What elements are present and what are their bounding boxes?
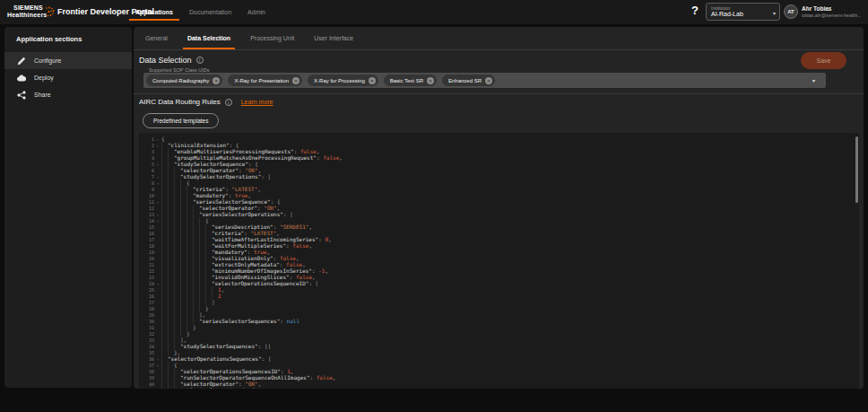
editor-line: 33], — [139, 337, 859, 343]
info-icon[interactable]: i — [225, 99, 232, 106]
help-icon[interactable]: ? — [691, 4, 699, 17]
tab-data-selection[interactable]: Data Selection — [178, 27, 240, 49]
sop-class-uids-field[interactable]: Computed Radiography×X-Ray for Presentat… — [143, 73, 826, 88]
chevron-down-icon[interactable]: ▾ — [812, 77, 815, 83]
remove-chip-icon[interactable]: × — [213, 77, 220, 84]
tab-user-interface[interactable]: User Interface — [304, 27, 363, 49]
sidebar-item-configure[interactable]: Configure — [4, 52, 132, 69]
indent-guide — [161, 167, 168, 173]
indent-guide — [180, 224, 187, 230]
remove-chip-icon[interactable]: × — [369, 77, 376, 84]
editor-line: 12"selectorOperator": "OR", — [139, 205, 859, 211]
fold-toggle-icon[interactable]: ⌄ — [154, 136, 161, 141]
remove-chip-icon[interactable]: × — [292, 77, 299, 84]
line-number: 28 — [139, 306, 154, 311]
indent-guide — [180, 192, 187, 198]
code-text: "mandatory": true, — [212, 249, 270, 255]
logo-line-1: SIEMENS — [7, 4, 43, 12]
indent-guide — [168, 293, 174, 299]
indent-guide — [161, 236, 168, 242]
sidebar-item-share[interactable]: Share — [4, 86, 132, 103]
code-text: { — [161, 136, 165, 142]
indent-guide — [180, 217, 187, 224]
user-menu[interactable]: Ahr Tobias tobias.ahr@siemens-healthi... — [802, 5, 866, 18]
fold-toggle-icon[interactable]: ⌄ — [154, 162, 161, 166]
indent-guide — [174, 198, 180, 205]
remove-chip-icon[interactable]: × — [427, 77, 434, 84]
editor-line: 27] — [139, 299, 859, 305]
sidebar-item-deploy[interactable]: Deploy — [4, 69, 132, 86]
fold-toggle-icon[interactable]: ⌄ — [154, 363, 161, 367]
code-text: "waitTimeAfterLastIncomingSeries": 0, — [212, 236, 332, 242]
indent-guide — [187, 286, 193, 293]
fold-toggle-icon[interactable]: ⌄ — [154, 174, 161, 179]
header-tab-documentation[interactable]: Documentation — [181, 0, 239, 24]
indent-guide — [180, 236, 187, 242]
indent-guide — [193, 293, 199, 299]
editor-line: 36⌄"selectorOperationsSequences": [ — [139, 355, 859, 362]
indent-guide — [199, 230, 205, 236]
main-content-panel: GeneralData SelectionProcessing UnitUser… — [134, 27, 864, 389]
indent-guide — [193, 255, 199, 261]
indent-guide — [168, 230, 174, 236]
line-number: 6 — [139, 168, 154, 173]
learn-more-link[interactable]: Learn more — [241, 99, 273, 105]
predefined-templates-button[interactable]: Predefined templates — [143, 113, 219, 128]
indent-guide — [180, 186, 187, 192]
editor-line: 29], — [139, 311, 859, 318]
editor-line: 32} — [139, 330, 859, 337]
fold-toggle-icon[interactable]: ⌄ — [154, 212, 161, 216]
code-text: "clinicalExtension": { — [168, 142, 239, 148]
tab-general[interactable]: General — [135, 27, 178, 49]
indent-guide — [193, 261, 199, 267]
line-number: 35 — [139, 350, 154, 355]
indent-guide — [168, 387, 174, 389]
code-text: "waitForMultipleSeries": false, — [212, 242, 312, 249]
indent-guide — [199, 236, 205, 242]
indent-guide — [168, 173, 174, 180]
user-avatar[interactable]: AT — [784, 4, 798, 19]
tab-processing-unit[interactable]: Processing Unit — [240, 27, 304, 49]
fold-toggle-icon[interactable]: ⌄ — [154, 281, 161, 285]
indent-guide — [161, 274, 168, 280]
indent-guide — [168, 311, 174, 318]
section-tabs: GeneralData SelectionProcessing UnitUser… — [134, 27, 864, 50]
indent-guide — [205, 255, 212, 261]
indent-guide — [205, 261, 212, 267]
line-number: 33 — [139, 337, 154, 343]
fold-toggle-icon[interactable]: ⌄ — [154, 180, 161, 185]
editor-line: 24⌄"selectorOperationsSequenceID": [ — [139, 280, 859, 286]
indent-guide — [174, 186, 180, 192]
institution-dropdown[interactable]: Institution AI-Rad-Lab ▾ — [706, 3, 780, 21]
info-icon[interactable]: i — [196, 57, 204, 64]
sidebar-item-label: Share — [34, 92, 51, 98]
header-tab-applications[interactable]: Applications — [127, 0, 181, 24]
json-code-editor[interactable]: 1⌄{2⌄"clinicalExtension": {3"enableMulti… — [139, 133, 859, 389]
fold-toggle-icon[interactable]: ⌄ — [154, 218, 161, 223]
section-divider — [134, 93, 864, 94]
indent-guide — [205, 299, 212, 305]
indent-guide — [174, 224, 180, 230]
indent-guide — [193, 286, 199, 293]
indent-guide — [168, 255, 174, 261]
fold-toggle-icon[interactable]: ⌄ — [154, 143, 161, 147]
line-number: 34 — [139, 344, 154, 349]
sop-chip: X-Ray for Presentation× — [228, 75, 302, 86]
save-button[interactable]: Save — [801, 52, 846, 69]
line-number: 38 — [139, 369, 154, 374]
indent-guide — [174, 368, 180, 374]
editor-scrollbar[interactable] — [855, 136, 858, 203]
editor-line: 7⌄"studySelectorOperations": [ — [139, 173, 859, 180]
indent-guide — [161, 161, 168, 167]
fold-toggle-icon[interactable]: ⌄ — [154, 199, 161, 204]
indent-guide — [180, 293, 187, 299]
indent-guide — [193, 249, 199, 255]
fold-toggle-icon[interactable]: ⌄ — [154, 388, 161, 389]
indent-guide — [174, 318, 180, 324]
remove-chip-icon[interactable]: × — [485, 77, 492, 84]
header-tab-admin[interactable]: Admin — [239, 0, 273, 24]
editor-line: 39"runSelectorOperatorSequenceOnAllImage… — [139, 374, 859, 381]
fold-toggle-icon[interactable]: ⌄ — [154, 356, 161, 361]
sidebar-title: Application sections — [4, 27, 132, 52]
indent-guide — [161, 255, 168, 261]
